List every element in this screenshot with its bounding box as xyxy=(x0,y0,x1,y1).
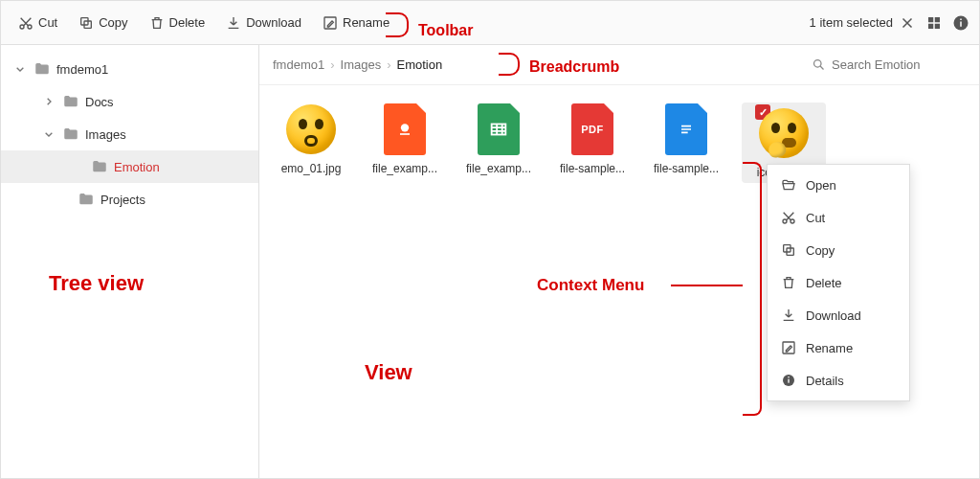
file-tile[interactable]: file_examp... xyxy=(367,103,443,183)
folder-icon xyxy=(78,191,95,208)
thumbnail-emoji: ✓ xyxy=(757,106,811,160)
svg-rect-5 xyxy=(928,17,933,22)
svg-point-1 xyxy=(28,25,32,29)
info-icon xyxy=(781,373,796,388)
svg-rect-14 xyxy=(400,133,410,135)
download-icon xyxy=(226,15,241,31)
ctx-label: Details xyxy=(806,374,844,388)
svg-rect-7 xyxy=(928,23,933,28)
svg-rect-8 xyxy=(935,23,940,28)
chevron-right-icon: › xyxy=(387,57,390,72)
folder-open-icon xyxy=(781,177,796,193)
folder-icon xyxy=(62,125,79,143)
ctx-download[interactable]: Download xyxy=(768,299,909,331)
ctx-rename[interactable]: Rename xyxy=(768,331,909,364)
cut-icon xyxy=(18,15,33,31)
file-tile[interactable]: file-sample... xyxy=(648,103,724,183)
file-tile[interactable]: PDF file-sample... xyxy=(554,103,631,183)
thumbnail-xls xyxy=(472,103,525,156)
svg-point-17 xyxy=(791,219,794,223)
svg-rect-6 xyxy=(935,17,940,22)
search-input[interactable] xyxy=(832,57,966,72)
cut-icon xyxy=(781,210,796,225)
breadcrumb-item-current[interactable]: Emotion xyxy=(397,57,443,72)
folder-icon xyxy=(33,60,51,78)
tree-item-root[interactable]: fmdemo1 xyxy=(1,53,258,85)
ctx-label: Delete xyxy=(806,276,842,290)
ctx-label: Download xyxy=(806,308,861,323)
tree-label: Emotion xyxy=(114,160,160,174)
copy-button[interactable]: Copy xyxy=(71,10,135,36)
selection-status: 1 item selected xyxy=(810,14,916,32)
tree-item-docs[interactable]: Docs xyxy=(1,85,258,118)
delete-button[interactable]: Delete xyxy=(142,10,213,36)
svg-point-13 xyxy=(401,124,409,131)
thumbnail-pdf: PDF xyxy=(566,103,619,156)
file-name: file-sample... xyxy=(554,162,631,175)
breadcrumb-item[interactable]: fmdemo1 xyxy=(273,57,324,72)
ctx-cut[interactable]: Cut xyxy=(768,201,909,234)
svg-rect-10 xyxy=(960,21,962,26)
copy-label: Copy xyxy=(99,15,127,30)
file-name: file-sample... xyxy=(648,162,724,175)
info-icon[interactable] xyxy=(952,14,969,32)
spacer-icon xyxy=(56,192,72,207)
grid-view-icon[interactable] xyxy=(925,14,943,32)
file-tile[interactable]: emo_01.jpg xyxy=(273,103,349,183)
tree-item-projects[interactable]: Projects xyxy=(1,183,258,216)
chevron-right-icon: › xyxy=(330,57,334,72)
svg-point-0 xyxy=(20,25,24,29)
download-label: Download xyxy=(246,15,301,30)
ctx-details[interactable]: Details xyxy=(768,364,909,397)
toolbar: Cut Copy Delete Download Rename 1 item s… xyxy=(1,1,979,45)
rename-label: Rename xyxy=(343,15,390,30)
file-name: file_examp... xyxy=(460,162,537,175)
search-icon xyxy=(812,57,826,72)
svg-point-12 xyxy=(814,60,822,68)
breadcrumb: fmdemo1 › Images › Emotion xyxy=(259,45,979,85)
tree-label: fmdemo1 xyxy=(56,62,108,77)
svg-rect-15 xyxy=(492,125,506,135)
folder-icon xyxy=(91,158,108,175)
tree-item-images[interactable]: Images xyxy=(1,118,258,150)
ctx-label: Open xyxy=(806,178,836,193)
spacer-icon xyxy=(70,159,85,174)
tree-label: Docs xyxy=(85,95,114,109)
folder-icon xyxy=(62,93,79,110)
rename-button[interactable]: Rename xyxy=(315,10,397,36)
rename-icon xyxy=(781,340,796,355)
tree-view: fmdemo1 Docs Images Emotion Projects xyxy=(1,45,259,478)
tree-label: Images xyxy=(85,127,126,142)
svg-point-16 xyxy=(783,219,787,223)
svg-rect-22 xyxy=(788,379,789,383)
trash-icon xyxy=(781,275,796,290)
thumbnail-emoji xyxy=(284,103,338,156)
cut-button[interactable]: Cut xyxy=(11,10,65,36)
context-menu: Open Cut Copy Delete Download Rename Det… xyxy=(767,164,910,401)
chevron-down-icon xyxy=(12,61,28,77)
thumbnail-ppt xyxy=(378,103,432,156)
cut-label: Cut xyxy=(38,15,57,30)
ctx-delete[interactable]: Delete xyxy=(768,266,909,299)
chevron-down-icon xyxy=(41,126,56,142)
chevron-right-icon xyxy=(41,94,56,109)
delete-label: Delete xyxy=(169,15,206,30)
file-name: emo_01.jpg xyxy=(273,162,349,175)
file-tile[interactable]: file_examp... xyxy=(460,103,537,183)
search-box[interactable] xyxy=(812,57,966,72)
tree-label: Projects xyxy=(100,193,145,207)
svg-rect-11 xyxy=(960,18,962,20)
selection-text: 1 item selected xyxy=(810,15,893,30)
svg-rect-23 xyxy=(788,376,789,377)
file-name: file_examp... xyxy=(367,162,443,175)
ctx-label: Copy xyxy=(806,243,835,258)
download-icon xyxy=(781,308,796,323)
ctx-copy[interactable]: Copy xyxy=(768,234,909,266)
download-button[interactable]: Download xyxy=(218,10,309,36)
ctx-open[interactable]: Open xyxy=(768,169,909,201)
clear-selection-icon[interactable] xyxy=(899,14,916,32)
breadcrumb-item[interactable]: Images xyxy=(341,57,382,72)
ctx-label: Rename xyxy=(806,341,853,355)
rename-icon xyxy=(323,15,338,31)
tree-item-emotion[interactable]: Emotion xyxy=(1,150,258,183)
